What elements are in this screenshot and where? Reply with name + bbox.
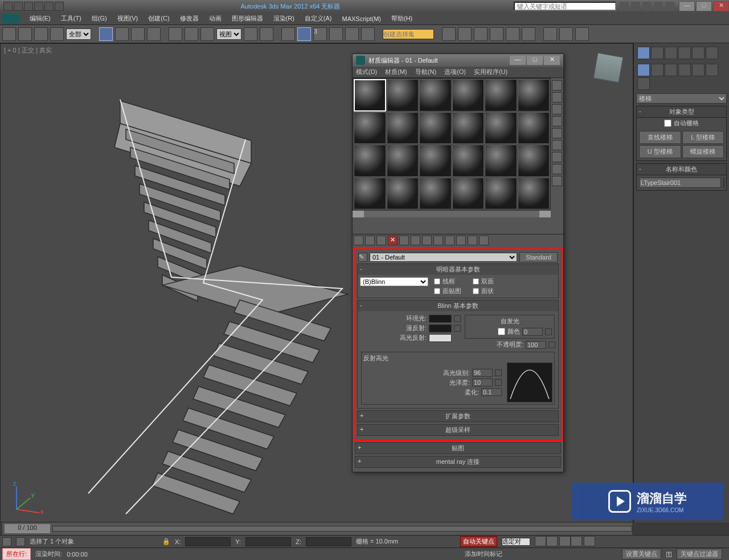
keyfilter-button[interactable]: 关键点过滤器 — [677, 549, 722, 559]
put-to-scene-icon[interactable] — [365, 236, 375, 245]
autokey-button[interactable]: 自动关键点 — [460, 536, 497, 547]
diffuse-map-icon[interactable] — [454, 325, 461, 332]
layers-button[interactable] — [474, 27, 488, 41]
rollout-title[interactable]: 超级采样 — [445, 426, 470, 433]
close-button[interactable]: ✕ — [713, 1, 729, 11]
sample-slot[interactable] — [452, 112, 485, 145]
sample-slot[interactable] — [452, 145, 485, 177]
opacity-spinner[interactable] — [526, 341, 546, 349]
rollout-title[interactable]: 贴图 — [452, 444, 464, 451]
qat-btn[interactable] — [55, 2, 64, 11]
app-menu-button[interactable] — [2, 14, 21, 24]
script-icon[interactable] — [16, 537, 25, 546]
menu-animation[interactable]: 动画 — [204, 13, 226, 24]
sample-slot[interactable] — [518, 145, 550, 177]
favorites-icon[interactable] — [654, 2, 663, 11]
ambient-lock-icon[interactable] — [454, 315, 461, 322]
minimize-button[interactable]: — — [679, 1, 695, 11]
sample-slot[interactable] — [518, 112, 550, 145]
sample-slot[interactable] — [419, 178, 452, 210]
unlink-button[interactable] — [50, 27, 64, 41]
shader-type-select[interactable]: (B)Blinn — [360, 277, 428, 286]
helpers-icon[interactable] — [692, 64, 705, 76]
sample-slot[interactable] — [387, 178, 419, 210]
link-button[interactable] — [34, 27, 48, 41]
menu-group[interactable]: 组(G) — [87, 13, 112, 24]
sample-slot[interactable] — [419, 112, 452, 145]
sample-slot[interactable] — [387, 145, 419, 177]
show-end-result-icon[interactable] — [456, 236, 466, 245]
qat-btn[interactable] — [34, 2, 43, 11]
add-time-tag[interactable]: 添加时间标记 — [465, 550, 502, 558]
faceted-checkbox[interactable] — [473, 288, 479, 294]
opacity-map-icon[interactable] — [548, 341, 555, 348]
me-menu-options[interactable]: 选项(O) — [444, 68, 466, 76]
select-object-button[interactable] — [99, 27, 113, 41]
menu-edit[interactable]: 编辑(E) — [25, 13, 55, 24]
play-icon[interactable] — [559, 536, 571, 546]
lock-selection-icon[interactable]: 🔒 — [162, 538, 170, 545]
sample-slot[interactable] — [518, 79, 550, 112]
rotate-button[interactable] — [185, 27, 198, 41]
cameras-icon[interactable] — [678, 64, 691, 76]
goto-start-icon[interactable] — [535, 536, 546, 546]
window-crossing-button[interactable] — [147, 27, 161, 41]
infocenter-search[interactable] — [514, 2, 616, 11]
sample-scroll-h[interactable] — [353, 211, 551, 217]
next-frame-icon[interactable] — [571, 536, 582, 546]
sample-slot[interactable] — [354, 145, 386, 177]
subscription-icon[interactable] — [631, 2, 640, 11]
time-slider-track[interactable] — [52, 526, 632, 532]
menu-help[interactable]: 帮助(H) — [387, 13, 417, 24]
qat-btn[interactable] — [3, 2, 13, 11]
create-tab-icon[interactable] — [637, 47, 650, 59]
material-id-icon[interactable] — [433, 236, 443, 245]
spiral-stair-button[interactable]: 螺旋楼梯 — [682, 145, 724, 158]
y-coord-field[interactable] — [245, 537, 291, 546]
options-icon[interactable] — [552, 152, 562, 162]
menu-create[interactable]: 创建(C) — [144, 13, 174, 24]
sample-slot[interactable] — [354, 112, 386, 145]
prompt-icon[interactable] — [2, 537, 11, 546]
schematic-view-button[interactable] — [506, 27, 519, 41]
material-map-nav-icon[interactable] — [552, 176, 562, 186]
menu-grapheditors[interactable]: 图形编辑器 — [227, 13, 268, 24]
selection-filter[interactable]: 全部 — [66, 28, 91, 40]
viewport-label[interactable]: [ + 0 ] 正交 ] 真实 — [4, 46, 52, 55]
prev-frame-icon[interactable] — [546, 536, 558, 546]
lights-icon[interactable] — [665, 64, 677, 76]
facemap-checkbox[interactable] — [434, 288, 440, 294]
help-icon[interactable] — [665, 2, 674, 11]
get-material-icon[interactable] — [354, 236, 363, 245]
geometry-icon[interactable] — [637, 64, 650, 76]
time-slider[interactable]: 0 / 100 — [2, 522, 632, 535]
curve-editor-button[interactable] — [490, 27, 503, 41]
me-maximize-button[interactable]: □ — [527, 56, 543, 65]
percent-snap-button[interactable] — [329, 27, 343, 41]
twosided-checkbox[interactable] — [473, 278, 479, 285]
z-coord-field[interactable] — [306, 537, 351, 546]
make-unique-icon[interactable] — [411, 236, 420, 245]
undo-button[interactable] — [2, 27, 16, 41]
gloss-map-icon[interactable] — [495, 379, 502, 386]
sample-slot[interactable] — [452, 79, 485, 112]
reset-map-icon[interactable]: ✕ — [388, 236, 398, 245]
x-coord-field[interactable] — [185, 537, 231, 546]
qat-btn[interactable] — [14, 2, 23, 11]
sample-slot[interactable] — [419, 145, 452, 177]
menu-customize[interactable]: 自定义(A) — [300, 13, 337, 24]
select-by-material-icon[interactable] — [552, 164, 562, 174]
material-type-button[interactable]: Standard — [519, 252, 558, 262]
me-minimize-button[interactable]: — — [510, 56, 526, 65]
wire-checkbox[interactable] — [434, 278, 440, 285]
sample-slot[interactable] — [387, 112, 419, 145]
me-menu-material[interactable]: 材质(M) — [385, 68, 407, 76]
rendered-frame-button[interactable] — [559, 27, 573, 41]
setkey-button[interactable]: 设置关键点 — [622, 549, 661, 559]
time-slider-thumb[interactable]: 0 / 100 — [5, 524, 50, 533]
gloss-spinner[interactable] — [472, 378, 493, 386]
autogrid-checkbox[interactable] — [664, 120, 671, 127]
me-menu-utilities[interactable]: 实用程序(U) — [474, 68, 507, 76]
diffuse-swatch[interactable] — [429, 324, 452, 332]
goto-end-icon[interactable] — [584, 536, 595, 546]
